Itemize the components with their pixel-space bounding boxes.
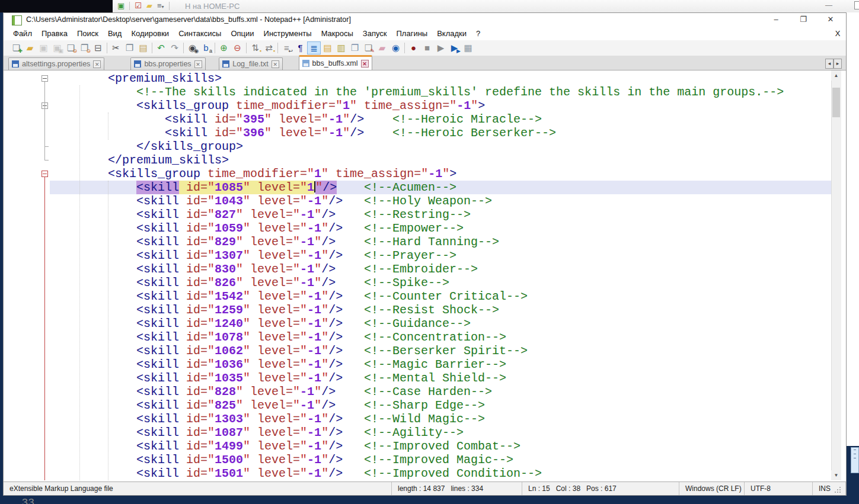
statusbar-eol-format[interactable]: Windows (CR LF) (679, 482, 745, 495)
edit-marker-button[interactable]: ❏✎ (362, 41, 375, 54)
play-macro-button[interactable]: ▶ (434, 41, 448, 54)
code-line-23[interactable]: <skill id="1542" level="-1"/><!--Counter… (51, 290, 831, 303)
tab-close-icon[interactable]: ✕ (361, 60, 369, 68)
maximize-button[interactable]: ❐ (794, 13, 812, 26)
save-all-button[interactable]: ▣▣ (50, 41, 64, 54)
code-line-19[interactable]: <skill id="829" level="-1"/><!--Hard Tan… (51, 235, 831, 249)
folder-workspace-button[interactable]: ▰ (375, 41, 389, 54)
save-file-button[interactable]: ▣ (37, 41, 50, 54)
stop-macro-button[interactable]: ■ (420, 41, 434, 54)
show-all-chars-button[interactable]: ¶ (293, 41, 307, 54)
background-minimize-icon[interactable]: — (823, 0, 835, 11)
function-list-button[interactable]: ▤ (321, 41, 334, 54)
code-line-35[interactable]: <skill id="1500" level="-1"/><!--Improve… (51, 453, 831, 467)
replace-button[interactable]: ba (199, 41, 213, 54)
tab-Log_file.txt[interactable]: Log_file.txt✕ (219, 57, 282, 70)
run-macro-multiple-button[interactable]: ▶▶ (448, 41, 461, 54)
fold-collapse-icon[interactable] (41, 75, 48, 82)
code-line-33[interactable]: <skill id="1087" level="-1"/><!--Agility… (51, 426, 831, 439)
resize-grip[interactable] (835, 487, 842, 494)
menu-item-9[interactable]: Запуск (358, 27, 392, 40)
code-line-7[interactable]: <premium_skills> (51, 72, 831, 85)
menu-item-8[interactable]: Макросы (317, 27, 358, 40)
document-map-button[interactable]: ▥ (334, 41, 348, 54)
text-editor[interactable]: <premium_skills><!--The skills indicated… (4, 70, 831, 480)
code-line-27[interactable]: <skill id="1062" level="-1"/><!--Berserk… (51, 344, 831, 358)
print-button[interactable]: ⊟ (91, 41, 105, 54)
tab-bbs_buffs.xml[interactable]: bbs_buffs.xml✕ (299, 55, 372, 70)
code-line-15[interactable]: <skill id="1085" level="1"/><!--Acumen--… (51, 181, 831, 194)
document-list-button[interactable]: ❐ (348, 41, 362, 54)
indent-guide-button[interactable]: ≣ (307, 41, 321, 54)
menu-item-1[interactable]: Правка (37, 27, 72, 40)
undo-button[interactable]: ↶ (154, 41, 168, 54)
tab-close-icon[interactable]: ✕ (272, 60, 279, 68)
open-file-button[interactable]: ▰ (23, 41, 37, 54)
scroll-up-button[interactable]: ▲ (831, 70, 841, 81)
record-macro-button[interactable]: ● (407, 41, 420, 54)
code-line-36[interactable]: <skill id="1501" level="-1"/><!--Improve… (51, 467, 831, 480)
code-line-28[interactable]: <skill id="1036" level="-1"/><!--Magic B… (51, 358, 831, 371)
tab-scroll-left[interactable]: ◂ (825, 59, 834, 69)
tab-close-icon[interactable]: ✕ (93, 60, 101, 68)
code-line-12[interactable]: </skills_group> (51, 140, 831, 153)
code-line-32[interactable]: <skill id="1303" level="-1"/><!--Wild Ma… (51, 412, 831, 426)
code-line-31[interactable]: <skill id="825" level="-1"/><!--Sharp Ed… (51, 399, 831, 412)
code-line-25[interactable]: <skill id="1240" level="-1"/><!--Guidanc… (51, 317, 831, 330)
menu-item-3[interactable]: Вид (103, 27, 127, 40)
tab-altsettings.properties[interactable]: altsettings.properties✕ (8, 57, 104, 70)
menu-item-10[interactable]: Плагины (392, 27, 433, 40)
code-line-24[interactable]: <skill id="1259" level="-1"/><!--Resist … (51, 303, 831, 317)
sync-horizontal-button[interactable]: ⇄▪ (262, 41, 276, 54)
code-line-26[interactable]: <skill id="1078" level="-1"/><!--Concent… (51, 330, 831, 344)
menu-item-5[interactable]: Синтаксисы (174, 27, 226, 40)
code-line-16[interactable]: <skill id="1043" level="-1"/><!--Holy We… (51, 194, 831, 208)
code-line-8[interactable]: <!--The skills indicated in the 'premium… (51, 85, 831, 99)
menu-arrow-icon[interactable]: ≡▾ (157, 0, 164, 13)
menu-item-4[interactable]: Кодировки (126, 27, 174, 40)
redo-button[interactable]: ↷ (168, 41, 181, 54)
code-line-17[interactable]: <skill id="827" level="-1"/><!--Restring… (51, 208, 831, 221)
statusbar-encoding[interactable]: UTF-8 (745, 482, 813, 495)
code-line-29[interactable]: <skill id="1035" level="-1"/><!--Mental … (51, 371, 831, 385)
close-button[interactable]: ✕ (822, 13, 839, 26)
cut-button[interactable]: ✂ (109, 41, 123, 54)
checkbox-icon[interactable]: ☑ (135, 0, 142, 12)
scrollbar-thumb[interactable] (832, 88, 840, 117)
find-button[interactable]: ◉◉ (186, 41, 199, 54)
monitor-icon[interactable]: ▣ (117, 0, 124, 12)
tab-bbs.properties[interactable]: bbs.properties✕ (130, 57, 205, 70)
zoom-out-button[interactable]: ⊖ (231, 41, 244, 54)
word-wrap-button[interactable]: ≡↩ (280, 41, 293, 54)
minimize-button[interactable]: – (767, 13, 785, 26)
sync-vertical-button[interactable]: ⇅▪ (248, 41, 262, 54)
new-file-button[interactable]: ❏✚ (9, 41, 23, 54)
menu-item-0[interactable]: Файл (8, 27, 37, 40)
document-close-x[interactable]: X (832, 27, 843, 40)
code-line-22[interactable]: <skill id="826" level="-1"/><!--Spike--> (51, 276, 831, 290)
close-file-button[interactable]: ❏⊖ (64, 41, 78, 54)
code-line-13[interactable]: </premium_skills> (51, 153, 831, 167)
save-macro-button[interactable]: ▦ (461, 41, 475, 54)
folder-icon[interactable]: ▰ (146, 0, 152, 12)
file-monitoring-button[interactable]: ◉ (389, 41, 403, 54)
code-line-11[interactable]: <skill id="396" level="-1"/><!--Heroic B… (51, 126, 831, 140)
fold-collapse-icon[interactable] (41, 171, 48, 177)
code-line-18[interactable]: <skill id="1059" level="-1"/><!--Empower… (51, 221, 831, 235)
code-line-10[interactable]: <skill id="395" level="-1"/><!--Heroic M… (51, 113, 831, 126)
code-line-30[interactable]: <skill id="828" level="-1"/><!--Case Har… (51, 385, 831, 399)
menu-item-7[interactable]: Инструменты (259, 27, 317, 40)
paste-button[interactable]: ▤ (136, 41, 150, 54)
scroll-down-button[interactable]: ▼ (831, 470, 841, 480)
code-line-34[interactable]: <skill id="1499" level="-1"/><!--Improve… (51, 439, 831, 453)
code-line-21[interactable]: <skill id="830" level="-1"/><!--Embroide… (51, 262, 831, 276)
vertical-scrollbar[interactable] (831, 70, 841, 480)
tab-scroll-right[interactable]: ▸ (834, 59, 842, 69)
menu-item-12[interactable]: ? (471, 27, 485, 40)
tab-close-icon[interactable]: ✕ (194, 60, 202, 68)
zoom-in-button[interactable]: ⊕ (217, 41, 231, 54)
code-line-20[interactable]: <skill id="1307" level="-1"/><!--Prayer-… (51, 249, 831, 262)
menu-item-11[interactable]: Вкладки (432, 27, 471, 40)
menu-item-6[interactable]: Опции (226, 27, 258, 40)
copy-button[interactable]: ❐ (123, 41, 136, 54)
